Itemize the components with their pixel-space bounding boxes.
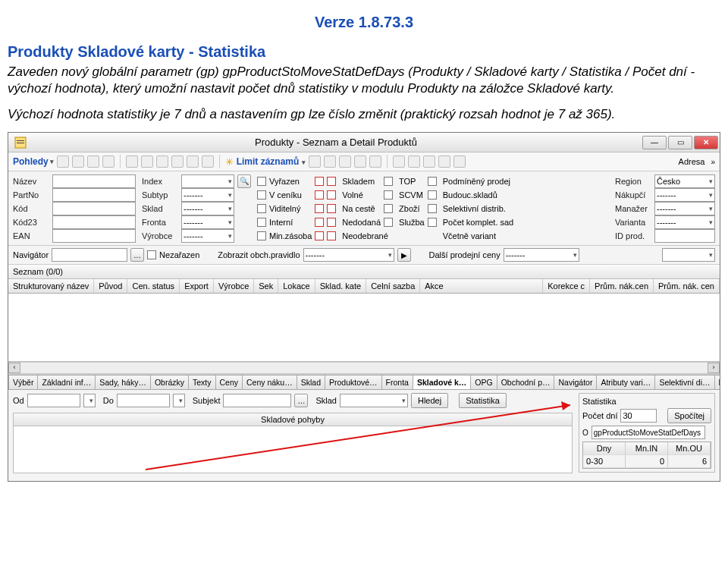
tb-icon-18[interactable] bbox=[423, 156, 435, 168]
input-od[interactable] bbox=[27, 394, 80, 407]
combo-varianta[interactable]: -------▾ bbox=[654, 215, 715, 229]
combo-dalsiceny[interactable]: -------▾ bbox=[504, 248, 579, 262]
cb-scvm[interactable] bbox=[384, 190, 393, 200]
col-4[interactable]: Výrobce bbox=[214, 279, 254, 293]
col-12[interactable]: Prům. nák. cen bbox=[654, 279, 720, 293]
cb-nedodana-a[interactable] bbox=[315, 218, 324, 227]
combo-sklad[interactable]: -------▾ bbox=[181, 202, 234, 215]
statistika-button[interactable]: Statistika bbox=[459, 393, 507, 408]
col-3[interactable]: Export bbox=[180, 279, 214, 293]
tb-icon-17[interactable] bbox=[408, 156, 420, 168]
tab-vyber[interactable]: Výběr bbox=[8, 375, 38, 389]
combo-region[interactable]: Česko▾ bbox=[654, 174, 715, 188]
cb-naceste-a[interactable] bbox=[315, 204, 324, 213]
col-8[interactable]: Celní sazba bbox=[366, 279, 420, 293]
tab-navigator[interactable]: Navigátor bbox=[554, 375, 597, 389]
nav-browse-button[interactable]: … bbox=[130, 248, 144, 262]
tb-icon-12[interactable] bbox=[324, 156, 336, 168]
tb-icon-16[interactable] bbox=[393, 156, 405, 168]
maximize-button[interactable]: ▭ bbox=[668, 136, 692, 149]
combo-do[interactable]: ▾ bbox=[173, 394, 185, 407]
cb-neodeb-a[interactable] bbox=[315, 231, 324, 240]
input-idprod[interactable] bbox=[654, 229, 715, 243]
cb-sluzba[interactable] bbox=[384, 218, 393, 227]
cb-volne-a[interactable] bbox=[315, 190, 324, 200]
combo-fronta[interactable]: -------▾ bbox=[181, 215, 234, 229]
cb-nedodana-b[interactable] bbox=[327, 218, 336, 227]
combo-index[interactable]: ▾ bbox=[181, 174, 234, 188]
tb-icon-19[interactable] bbox=[438, 156, 450, 168]
minimize-button[interactable]: — bbox=[642, 136, 667, 149]
tb-icon-6[interactable] bbox=[141, 156, 153, 168]
cb-podmin[interactable] bbox=[428, 177, 437, 186]
cb-skladem-a[interactable] bbox=[315, 177, 324, 186]
col-11[interactable]: Prům. nák.cen bbox=[590, 279, 654, 293]
tb-icon-4[interactable] bbox=[102, 156, 115, 168]
tab-atributy[interactable]: Atributy vari… bbox=[596, 375, 655, 389]
tb-icon-10[interactable] bbox=[202, 156, 214, 168]
col-5[interactable]: Sek bbox=[254, 279, 278, 293]
cb-viditelny[interactable] bbox=[257, 204, 266, 213]
tab-fronta[interactable]: Fronta bbox=[381, 375, 413, 389]
tb-refresh-icon[interactable] bbox=[57, 156, 69, 168]
col-1[interactable]: Původ bbox=[94, 279, 127, 293]
tab-produktove[interactable]: Produktové… bbox=[325, 375, 382, 389]
tab-skladovek[interactable]: Skladové k… bbox=[413, 375, 471, 389]
cb-budouc[interactable] bbox=[428, 190, 437, 200]
search-index-icon[interactable]: 🔍 bbox=[237, 174, 251, 188]
tab-selektivni[interactable]: Selektivní di… bbox=[654, 375, 714, 389]
combo-right-extra[interactable]: ▾ bbox=[662, 248, 715, 262]
cb-skladem-b[interactable] bbox=[327, 177, 336, 186]
cb-zbozi[interactable] bbox=[384, 204, 393, 213]
input-kod23[interactable] bbox=[52, 215, 136, 229]
tb-icon-5[interactable] bbox=[126, 156, 138, 168]
spocitej-button[interactable]: Spočítej bbox=[667, 408, 711, 423]
close-button[interactable]: ✕ bbox=[694, 136, 718, 149]
combo-pravidlo[interactable]: -------▾ bbox=[303, 248, 394, 262]
tb-icon-20[interactable] bbox=[453, 156, 466, 168]
input-ean[interactable] bbox=[52, 229, 136, 243]
tab-sady[interactable]: Sady, háky… bbox=[95, 375, 151, 389]
cb-vyrazen[interactable] bbox=[257, 177, 266, 186]
tb-icon-9[interactable] bbox=[187, 156, 199, 168]
cb-nezarazen[interactable] bbox=[147, 250, 156, 259]
cb-naceste-b[interactable] bbox=[327, 204, 336, 213]
gp-name-field[interactable] bbox=[592, 426, 705, 439]
col-10[interactable]: Korekce c bbox=[543, 279, 590, 293]
tb-icon-8[interactable] bbox=[171, 156, 184, 168]
hledej-button[interactable]: Hledej bbox=[411, 393, 448, 408]
combo-nakupci[interactable]: -------▾ bbox=[654, 188, 715, 202]
hscroll[interactable]: ‹ › bbox=[8, 362, 720, 374]
input-partno[interactable] bbox=[52, 188, 136, 202]
tb-icon-11[interactable] bbox=[309, 156, 321, 168]
tab-opg[interactable]: OPG bbox=[470, 375, 497, 389]
tb-icon-14[interactable] bbox=[354, 156, 366, 168]
tab-zakladni[interactable]: Základní inf… bbox=[37, 375, 96, 389]
filter-apply-button[interactable]: ▶ bbox=[397, 248, 411, 262]
tab-obchodni[interactable]: Obchodní p… bbox=[497, 375, 555, 389]
cb-volne-b[interactable] bbox=[327, 190, 336, 200]
tab-texty[interactable]: Texty bbox=[188, 375, 216, 389]
combo-det-sklad[interactable]: ▾ bbox=[340, 394, 408, 407]
cb-interni[interactable] bbox=[257, 218, 266, 227]
combo-od[interactable]: ▾ bbox=[83, 394, 96, 407]
col-9[interactable]: Akce bbox=[420, 279, 543, 293]
input-navigator[interactable] bbox=[52, 248, 127, 262]
cb-neodeb-b[interactable] bbox=[327, 231, 336, 240]
cb-komplet[interactable] bbox=[428, 218, 437, 227]
input-do[interactable] bbox=[117, 394, 170, 407]
input-nazev[interactable] bbox=[52, 174, 136, 188]
sklad-pohyby-body[interactable] bbox=[13, 426, 573, 473]
grid-body[interactable] bbox=[8, 294, 720, 362]
input-kod[interactable] bbox=[52, 202, 136, 215]
tab-sklad[interactable]: Sklad bbox=[297, 375, 325, 389]
cb-vceniku[interactable] bbox=[257, 190, 266, 200]
tb-icon-2[interactable] bbox=[72, 156, 84, 168]
scroll-right-icon[interactable]: › bbox=[708, 363, 720, 373]
scroll-left-icon[interactable]: ‹ bbox=[8, 363, 20, 373]
tab-ceny[interactable]: Ceny bbox=[215, 375, 243, 389]
tb-icon-13[interactable] bbox=[339, 156, 351, 168]
cb-minzasoba[interactable] bbox=[257, 231, 266, 240]
col-2[interactable]: Cen. status bbox=[127, 279, 180, 293]
input-subjekt[interactable] bbox=[223, 394, 291, 407]
